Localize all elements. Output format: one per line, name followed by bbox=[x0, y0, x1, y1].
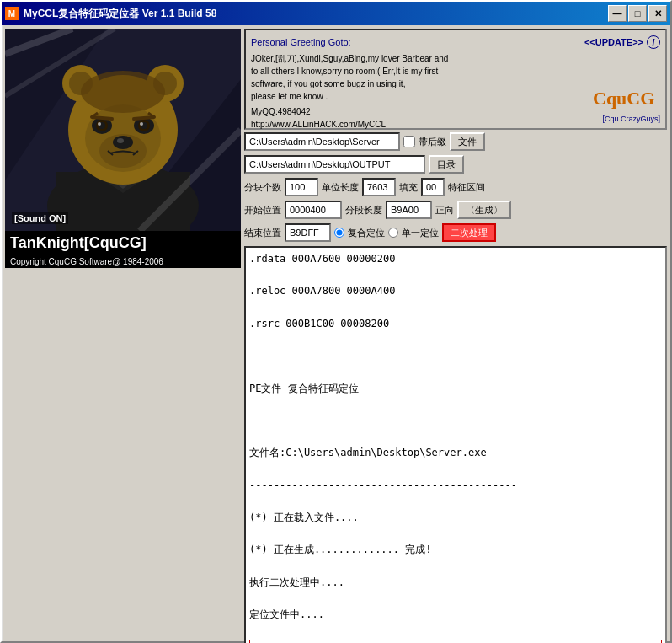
suffix-checkbox[interactable] bbox=[403, 136, 415, 147]
dir-button[interactable]: 目录 bbox=[429, 155, 464, 174]
logo-subtitle: [Cqu CrazyGuys] bbox=[593, 115, 660, 123]
radio-group: 复合定位 单一定位 bbox=[334, 227, 439, 239]
file-path-row: 带后缀 文件 bbox=[244, 132, 667, 151]
output-dir-row: 目录 bbox=[244, 155, 667, 174]
unit-length-label: 单位长度 bbox=[322, 181, 359, 194]
log-line: .rsrc 000B1C00 00008200 bbox=[249, 316, 662, 332]
title-bar-buttons: — □ ✕ bbox=[608, 5, 667, 22]
file-path-input[interactable] bbox=[244, 132, 400, 151]
svg-point-20 bbox=[98, 122, 101, 126]
single-radio[interactable] bbox=[388, 228, 398, 238]
log-line bbox=[249, 413, 662, 429]
end-pos-label: 结束位置 bbox=[244, 227, 281, 239]
maximize-button[interactable]: □ bbox=[628, 5, 647, 22]
left-panel: [Sound ON] TanKnight[CquCG] Copyright Cq… bbox=[5, 29, 241, 638]
update-button[interactable]: <<UPDATE>> bbox=[584, 37, 643, 47]
log-line: 文件名:C:\Users\admin\Desktop\Server.exe bbox=[249, 445, 662, 461]
log-line: .rdata 000A7600 00000200 bbox=[249, 251, 662, 267]
right-panel: Personal Greeting Goto: <<UPDATE>> i JOk… bbox=[244, 29, 667, 638]
start-pos-label: 开始位置 bbox=[244, 204, 281, 217]
fill-input[interactable] bbox=[421, 178, 445, 196]
composite-radio[interactable] bbox=[334, 228, 344, 238]
svg-point-16 bbox=[117, 138, 124, 143]
log-wrapper: .rdata 000A7600 00000200.reloc 000A7800 … bbox=[244, 246, 667, 643]
forward-label: 正向 bbox=[435, 204, 454, 217]
log-area[interactable]: .rdata 000A7600 00000200.reloc 000A7800 … bbox=[244, 246, 667, 643]
greeting-title: Personal Greeting Goto: bbox=[251, 37, 351, 47]
window-title: MyCCL复合特征码定位器 Ver 1.1 Build 58 bbox=[24, 7, 608, 21]
end-pos-row: 结束位置 复合定位 单一定位 二次处理 bbox=[244, 223, 667, 242]
log-line: ----------------------------------------… bbox=[249, 348, 662, 364]
bear-image-area: [Sound ON] bbox=[5, 29, 241, 231]
logo-area: CquCG [Cqu CrazyGuys] bbox=[593, 84, 660, 123]
copyright: Copyright CquCG Software@ 1984-2006 bbox=[5, 255, 241, 268]
log-line: [注意] 文件0009A509_00001DB3出现特征码! bbox=[249, 640, 662, 644]
file-button[interactable]: 文件 bbox=[450, 132, 485, 151]
suffix-label: 带后缀 bbox=[419, 136, 446, 148]
block-count-input[interactable] bbox=[285, 178, 318, 196]
greeting-box: Personal Greeting Goto: <<UPDATE>> i JOk… bbox=[244, 29, 667, 130]
single-label: 单一定位 bbox=[402, 227, 439, 239]
svg-point-25 bbox=[81, 71, 165, 113]
fill-label: 填充 bbox=[399, 181, 418, 194]
log-line: (*) 正在生成.............. 完成! bbox=[249, 542, 662, 558]
svg-text:CquCG: CquCG bbox=[593, 88, 654, 109]
minimize-button[interactable]: — bbox=[608, 5, 627, 22]
start-pos-input[interactable] bbox=[285, 201, 342, 219]
end-pos-input[interactable] bbox=[285, 223, 331, 242]
seg-length-input[interactable] bbox=[386, 201, 432, 219]
app-title: TanKnight[CquCG] bbox=[5, 231, 241, 255]
main-content: [Sound ON] TanKnight[CquCG] Copyright Cq… bbox=[2, 25, 670, 641]
logo-text: CquCG bbox=[593, 84, 660, 115]
greeting-line2: to all others I know,sorry no room:( Err… bbox=[251, 65, 660, 78]
generate-button[interactable]: 〈生成〉 bbox=[457, 201, 511, 219]
greeting-header: Personal Greeting Goto: <<UPDATE>> i bbox=[251, 35, 660, 49]
app-icon: M bbox=[5, 7, 19, 20]
unit-length-input[interactable] bbox=[362, 178, 396, 196]
start-seg-row: 开始位置 分段长度 正向 〈生成〉 bbox=[244, 201, 667, 219]
log-line: 执行二次处理中.... bbox=[249, 575, 662, 591]
block-params-row: 分块个数 单位长度 填充 特征区间 bbox=[244, 178, 667, 196]
composite-label: 复合定位 bbox=[348, 227, 385, 239]
svg-point-24 bbox=[140, 122, 143, 126]
svg-point-15 bbox=[113, 136, 133, 149]
close-button[interactable]: ✕ bbox=[648, 5, 667, 22]
sound-label: [Sound ON] bbox=[12, 212, 68, 224]
secondary-process-button[interactable]: 二次处理 bbox=[442, 223, 496, 242]
greeting-line1: JOker,[乱刀],Xundi,Sguy,aBing,my lover Bar… bbox=[251, 52, 660, 65]
log-line: ----------------------------------------… bbox=[249, 478, 662, 494]
block-count-label: 分块个数 bbox=[244, 181, 281, 194]
seg-length-label: 分段长度 bbox=[345, 204, 382, 217]
log-line: .reloc 000A7800 0000A400 bbox=[249, 283, 662, 299]
log-line: 定位文件中.... bbox=[249, 607, 662, 623]
title-bar: M MyCCL复合特征码定位器 Ver 1.1 Build 58 — □ ✕ bbox=[2, 2, 670, 25]
output-path-input[interactable] bbox=[244, 155, 425, 174]
log-line: (*) 正在载入文件.... bbox=[249, 510, 662, 526]
info-icon[interactable]: i bbox=[647, 35, 660, 49]
log-line: PE文件 复合特征码定位 bbox=[249, 381, 662, 397]
feature-range-label: 特征区间 bbox=[448, 181, 485, 194]
main-window: M MyCCL复合特征码定位器 Ver 1.1 Build 58 — □ ✕ bbox=[0, 0, 672, 643]
